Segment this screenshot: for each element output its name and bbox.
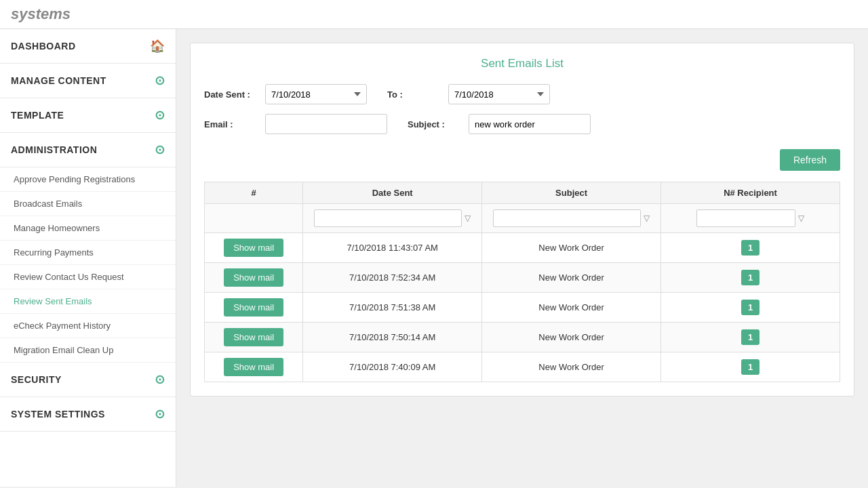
- sidebar-item-manage-content[interactable]: MANAGE CONTENT ⊙: [0, 64, 176, 98]
- show-mail-cell-2: Show mail: [205, 293, 303, 323]
- sidebar-sub-item-broadcast-emails[interactable]: Broadcast Emails: [0, 192, 176, 216]
- sent-emails-panel: Sent Emails List Date Sent : 7/10/2018 T…: [190, 43, 854, 396]
- table-row: Show mail7/10/2018 7:52:34 AMNew Work Or…: [205, 263, 840, 293]
- sidebar-item-label-system-settings: SYSTEM SETTINGS: [11, 409, 105, 420]
- show-mail-button-3[interactable]: Show mail: [224, 328, 283, 346]
- table-cell-recipients-0: 1: [661, 233, 840, 263]
- content-area: Sent Emails List Date Sent : 7/10/2018 T…: [176, 29, 868, 487]
- table-cell-date-2: 7/10/2018 7:51:38 AM: [303, 293, 482, 323]
- table-filter-subject[interactable]: [493, 209, 642, 227]
- filter-icon-date: ▽: [465, 214, 471, 223]
- email-input[interactable]: [265, 114, 387, 134]
- filter-icon-recipients: ▽: [798, 214, 804, 223]
- show-mail-button-1[interactable]: Show mail: [224, 268, 283, 287]
- date-sent-label: Date Sent :: [204, 89, 258, 100]
- filter-group-subject: Subject :: [408, 114, 591, 134]
- sidebar-sub-item-recurring-payments[interactable]: Recurring Payments: [0, 241, 176, 265]
- table-cell-date-1: 7/10/2018 7:52:34 AM: [303, 263, 482, 293]
- chevron-down-icon-template: ⊙: [155, 108, 165, 123]
- table-row: Show mail7/10/2018 7:50:14 AMNew Work Or…: [205, 323, 840, 352]
- filter-row-date: Date Sent : 7/10/2018 To : 7/10/2018: [204, 84, 840, 104]
- sidebar-sub-item-echeck[interactable]: eCheck Payment History: [0, 314, 176, 338]
- filter-group-date-to: To : 7/10/2018: [387, 84, 550, 104]
- date-sent-to-select[interactable]: 7/10/2018: [448, 84, 550, 104]
- show-mail-cell-3: Show mail: [205, 323, 303, 352]
- table-cell-subject-1: New Work Order: [482, 263, 661, 293]
- table-cell-date-0: 7/10/2018 11:43:07 AM: [303, 233, 482, 263]
- col-header-subject: Subject: [482, 182, 661, 204]
- show-mail-cell-1: Show mail: [205, 263, 303, 293]
- home-icon: 🏠: [150, 39, 165, 54]
- show-mail-button-0[interactable]: Show mail: [224, 239, 283, 257]
- col-header-num: #: [205, 182, 303, 204]
- table-cell-subject-3: New Work Order: [482, 323, 661, 352]
- logo: systems: [11, 5, 71, 23]
- table-cell-date-4: 7/10/2018 7:40:09 AM: [303, 352, 482, 382]
- table-cell-recipients-2: 1: [661, 293, 840, 323]
- table-cell-recipients-1: 1: [661, 263, 840, 293]
- sidebar-sub-item-migration[interactable]: Migration Email Clean Up: [0, 338, 176, 363]
- sidebar-item-label-template: TEMPLATE: [11, 110, 64, 121]
- recipient-badge-1: 1: [741, 270, 760, 285]
- col-header-date-sent: Date Sent: [303, 182, 482, 204]
- recipient-badge-4: 1: [741, 359, 760, 375]
- chevron-down-icon-manage-content: ⊙: [155, 73, 165, 88]
- sidebar-sub-item-approve-pending[interactable]: Approve Pending Registrations: [0, 167, 176, 192]
- sidebar-item-administration[interactable]: ADMINISTRATION ⊙: [0, 133, 176, 167]
- show-mail-cell-0: Show mail: [205, 233, 303, 263]
- filter-group-date-sent: Date Sent : 7/10/2018: [204, 84, 367, 104]
- table-cell-subject-4: New Work Order: [482, 352, 661, 382]
- col-header-recipients: N# Recipient: [661, 182, 840, 204]
- panel-title: Sent Emails List: [204, 57, 840, 70]
- sidebar-item-label-administration: ADMINISTRATION: [11, 144, 97, 155]
- main-container: DASHBOARD 🏠 MANAGE CONTENT ⊙ TEMPLATE ⊙ …: [0, 29, 868, 487]
- table-cell-subject-0: New Work Order: [482, 233, 661, 263]
- date-to-label: To :: [387, 89, 441, 100]
- show-mail-button-4[interactable]: Show mail: [224, 358, 283, 376]
- table-cell-date-3: 7/10/2018 7:50:14 AM: [303, 323, 482, 352]
- filter-group-email: Email :: [204, 114, 387, 134]
- chevron-down-icon-security: ⊙: [155, 372, 165, 387]
- refresh-button[interactable]: Refresh: [780, 149, 840, 171]
- recipient-badge-2: 1: [741, 300, 760, 315]
- table-filter-date[interactable]: [314, 209, 462, 227]
- table-cell-recipients-4: 1: [661, 352, 840, 382]
- table-row: Show mail7/10/2018 7:40:09 AMNew Work Or…: [205, 352, 840, 382]
- table-row: Show mail7/10/2018 7:51:38 AMNew Work Or…: [205, 293, 840, 323]
- sidebar-item-dashboard[interactable]: DASHBOARD 🏠: [0, 29, 176, 64]
- sidebar-sub-item-manage-homeowners[interactable]: Manage Homeowners: [0, 216, 176, 241]
- sidebar-item-security[interactable]: SECURITY ⊙: [0, 363, 176, 397]
- filter-icon-subject: ▽: [644, 214, 650, 223]
- filter-row-email-subject: Email : Subject :: [204, 114, 840, 134]
- refresh-btn-container: Refresh: [204, 144, 840, 171]
- show-mail-cell-4: Show mail: [205, 352, 303, 382]
- chevron-down-icon-system-settings: ⊙: [155, 407, 165, 422]
- filter-row-date: ▽: [303, 204, 482, 233]
- table-cell-recipients-3: 1: [661, 323, 840, 352]
- date-sent-from-select[interactable]: 7/10/2018: [265, 84, 367, 104]
- subject-input[interactable]: [469, 114, 591, 134]
- filter-row-subject: ▽: [482, 204, 661, 233]
- show-mail-button-2[interactable]: Show mail: [224, 298, 283, 317]
- sidebar-sub-item-review-sent-emails[interactable]: Review Sent Emails: [0, 289, 176, 314]
- emails-table: # Date Sent Subject N# Recipient ▽: [204, 182, 840, 382]
- table-cell-subject-2: New Work Order: [482, 293, 661, 323]
- sidebar-item-label-manage-content: MANAGE CONTENT: [11, 75, 106, 86]
- sidebar-item-template[interactable]: TEMPLATE ⊙: [0, 98, 176, 133]
- sidebar-item-label-dashboard: DASHBOARD: [11, 41, 76, 52]
- subject-label: Subject :: [408, 119, 462, 129]
- sidebar-item-system-settings[interactable]: SYSTEM SETTINGS ⊙: [0, 397, 176, 432]
- filter-row-recipients: ▽: [661, 204, 840, 233]
- table-filter-recipients[interactable]: [696, 209, 795, 227]
- table-row: Show mail7/10/2018 11:43:07 AMNew Work O…: [205, 233, 840, 263]
- recipient-badge-0: 1: [741, 240, 760, 256]
- filter-row-num: [205, 204, 303, 233]
- sidebar: DASHBOARD 🏠 MANAGE CONTENT ⊙ TEMPLATE ⊙ …: [0, 29, 176, 487]
- recipient-badge-3: 1: [741, 329, 760, 345]
- top-bar: systems: [0, 0, 868, 29]
- sidebar-item-label-security: SECURITY: [11, 374, 62, 385]
- chevron-down-icon-administration: ⊙: [155, 142, 165, 157]
- email-label: Email :: [204, 119, 258, 129]
- sidebar-sub-item-review-contact[interactable]: Review Contact Us Request: [0, 265, 176, 289]
